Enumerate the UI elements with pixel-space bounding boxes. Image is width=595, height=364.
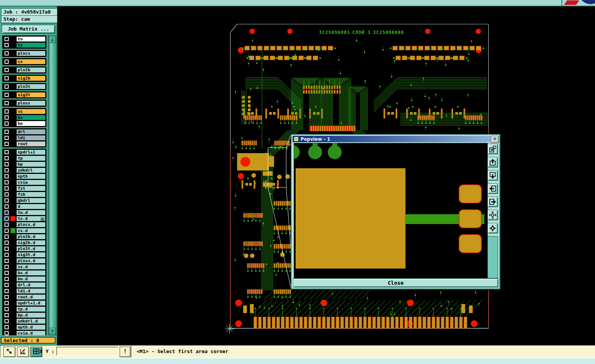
layer-checkbox[interactable]	[4, 141, 9, 146]
layer-row[interactable]: gbdrl	[3, 197, 46, 203]
layer-name[interactable]: to	[17, 37, 45, 41]
pan-left-button[interactable]	[487, 183, 498, 194]
layer-name[interactable]: ydkdrl	[17, 168, 45, 173]
layer-name[interactable]: pln2b	[17, 68, 45, 72]
layer-name[interactable]: bs.d	[17, 270, 45, 275]
layer-row[interactable]: tp.d	[3, 306, 46, 312]
alert-button[interactable]: !	[120, 347, 131, 357]
layer-checkbox[interactable]	[4, 37, 9, 41]
layer-checkbox[interactable]	[4, 252, 9, 257]
xy-input[interactable]	[56, 347, 118, 356]
layer-row[interactable]: ss	[3, 109, 46, 114]
layer-checkbox[interactable]	[4, 283, 9, 287]
layer-checkbox[interactable]	[4, 43, 9, 48]
scroll-up-icon[interactable]: ▲	[49, 36, 56, 43]
snap-angle-button[interactable]: α	[17, 347, 29, 357]
layer-checkbox[interactable]	[4, 129, 9, 134]
layer-checkbox[interactable]	[4, 295, 9, 299]
layer-row[interactable]: ldi	[3, 135, 46, 141]
layer-row[interactable]: pln2b.d	[3, 233, 46, 240]
layer-row[interactable]: sig3t	[3, 92, 46, 98]
layer-checkbox[interactable]	[4, 228, 9, 233]
layer-row[interactable]: ts	[3, 42, 46, 48]
layer-row[interactable]: npth.d	[3, 324, 46, 330]
layer-row[interactable]: plncs.d	[3, 221, 46, 227]
layer-name[interactable]: ldi.d	[17, 289, 45, 293]
popview-close-button[interactable]: Close	[293, 278, 498, 287]
layer-row[interactable]: cs.d	[3, 227, 46, 233]
layer-row[interactable]: cvia	[3, 179, 46, 185]
layer-name[interactable]: cs	[17, 59, 45, 64]
layer-checkbox[interactable]	[4, 276, 9, 281]
layer-name[interactable]: pln3t.d	[17, 246, 45, 251]
layer-row[interactable]: ts.d	[3, 215, 46, 221]
layer-row[interactable]: rout.d	[3, 294, 46, 300]
layer-row[interactable]: npdrl+1	[3, 149, 46, 155]
layer-name[interactable]: plnss	[17, 101, 45, 106]
layer-list-scrollbar[interactable]: ▲ ▼	[48, 35, 56, 335]
layer-checkbox[interactable]	[4, 319, 9, 324]
layer-checkbox[interactable]	[4, 210, 9, 215]
layer-row[interactable]: sig2b.d	[3, 240, 46, 246]
layer-name[interactable]: sig2b	[17, 76, 45, 81]
layer-name[interactable]: ldi	[17, 135, 45, 140]
job-matrix-button[interactable]: Job Matrix ...	[2, 25, 55, 34]
layer-checkbox[interactable]	[4, 204, 9, 209]
layer-row[interactable]: rout	[3, 141, 46, 147]
layer-name[interactable]: npdrl+1	[17, 150, 45, 155]
layer-name[interactable]: sig3t	[17, 92, 45, 97]
layer-row[interactable]: bp	[3, 161, 46, 167]
area-zoom-button[interactable]	[3, 347, 15, 357]
new-window-button[interactable]	[487, 144, 498, 154]
layer-name[interactable]: npth	[17, 174, 45, 179]
layer-name[interactable]: rout.d	[17, 295, 45, 299]
layer-row[interactable]: plnss	[3, 100, 46, 106]
layer-checkbox[interactable]	[4, 234, 9, 239]
layer-name[interactable]: npth.d	[17, 325, 45, 330]
layer-checkbox[interactable]	[4, 162, 9, 167]
layer-checkbox[interactable]	[4, 192, 9, 197]
scroll-down-icon[interactable]: ▼	[49, 328, 56, 335]
layer-row[interactable]: npth	[3, 173, 46, 179]
layer-name[interactable]: tp.d	[17, 307, 45, 312]
layer-row[interactable]: bs.d	[3, 270, 46, 276]
layer-checkbox[interactable]	[4, 307, 9, 312]
layer-row[interactable]: pln2b	[3, 67, 46, 73]
layer-name[interactable]: ts	[17, 43, 45, 48]
layer-checkbox[interactable]	[4, 115, 9, 120]
popview-close-icon[interactable]: ✕	[491, 136, 499, 143]
zoom-fit-button[interactable]	[487, 210, 498, 220]
layer-row[interactable]: fzb	[3, 191, 46, 197]
layer-row[interactable]: npdrl+1.d	[3, 300, 46, 306]
layer-row[interactable]: bo.d	[3, 276, 46, 282]
popview-scroll-track[interactable]	[487, 236, 498, 278]
layer-row[interactable]: plncs	[3, 51, 46, 56]
layer-row[interactable]: bs	[3, 114, 46, 120]
layer-name[interactable]: plnss.d	[17, 258, 45, 263]
layer-name[interactable]: sig3t.d	[17, 252, 45, 257]
layer-name[interactable]: bo	[17, 121, 45, 126]
layer-checkbox[interactable]	[4, 109, 9, 114]
layer-checkbox[interactable]	[4, 51, 9, 56]
zoom-center-button[interactable]	[487, 223, 498, 233]
layer-checkbox[interactable]	[4, 76, 9, 81]
layer-checkbox[interactable]	[4, 168, 9, 173]
layer-name[interactable]: fzt	[17, 186, 45, 191]
layer-name[interactable]: pln2b.d	[17, 234, 45, 239]
layer-checkbox[interactable]	[4, 156, 9, 161]
layer-name[interactable]: ss	[17, 109, 45, 114]
layer-name[interactable]: ts.d	[17, 216, 45, 221]
layer-row[interactable]: cs	[3, 59, 46, 65]
popview-title-bar[interactable]: Popview - 1	[293, 136, 491, 142]
layer-name[interactable]: tp	[17, 156, 45, 161]
layer-row[interactable]: fzt	[3, 185, 46, 191]
layer-checkbox[interactable]	[4, 186, 9, 191]
layer-row[interactable]: pln3t.d	[3, 246, 46, 252]
layer-checkbox[interactable]	[4, 180, 9, 185]
layer-checkbox[interactable]	[4, 84, 9, 89]
layer-name[interactable]: bo.d	[17, 276, 45, 281]
layer-name[interactable]: gbdrl	[17, 198, 45, 203]
layer-row[interactable]: tp	[3, 155, 46, 161]
layer-name[interactable]: fzb	[17, 192, 45, 197]
layer-name[interactable]: ss.d	[17, 264, 45, 269]
